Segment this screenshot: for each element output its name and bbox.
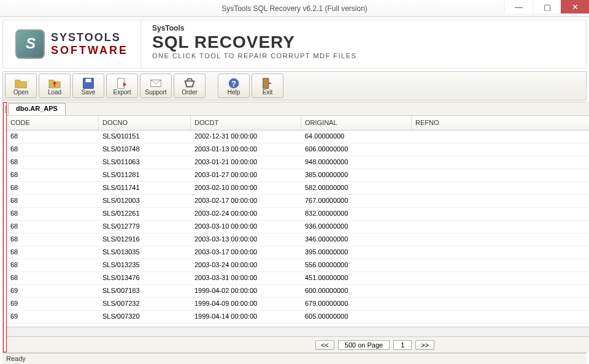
cell-refno	[412, 259, 589, 271]
cell-docno: SLS/010748	[99, 143, 191, 156]
support-button[interactable]: Support	[140, 74, 172, 98]
table-row[interactable]: 68SLS/0134762003-03-31 00:00:00451.00000…	[7, 272, 589, 285]
table-row[interactable]: 68SLS/0101512002-12-31 00:00:0064.000000…	[7, 131, 589, 143]
cell-original: 600.00000000	[301, 285, 412, 297]
svg-rect-1	[85, 78, 91, 82]
cell-original: 606.00000000	[301, 143, 412, 156]
cell-docdt: 1999-04-02 00:00:00	[191, 285, 301, 297]
cell-docno: SLS/010151	[99, 131, 191, 143]
cell-code: 68	[7, 156, 99, 169]
cell-code: 69	[7, 311, 99, 323]
table-row[interactable]: 68SLS/0127792003-03-10 00:00:00936.00000…	[7, 221, 589, 233]
cell-original: 679.00000000	[301, 298, 412, 310]
table-row[interactable]: 68SLS/0112812003-01-27 00:00:00385.00000…	[7, 169, 589, 182]
cell-code: 69	[7, 285, 99, 297]
main-content: −SAMPLE2(SQL Server 2008)−Tables(8)−dbo.…	[2, 102, 587, 353]
logo-text-bottom: SOFTWARE	[51, 44, 128, 57]
save-button[interactable]: Save	[72, 74, 104, 98]
cell-docno: SLS/013235	[99, 259, 191, 271]
table-row[interactable]: 69SLS/0072321999-04-09 00:00:00679.00000…	[7, 298, 589, 311]
load-icon	[48, 77, 61, 89]
save-icon	[82, 77, 95, 89]
cell-original: 605.00000000	[301, 311, 412, 323]
logo-icon	[15, 29, 45, 59]
cell-docno: SLS/007183	[99, 285, 191, 297]
cell-code: 68	[7, 182, 99, 194]
export-icon	[115, 77, 129, 89]
cell-refno	[412, 182, 589, 194]
table-row[interactable]: 69SLS/0071831999-04-02 00:00:00600.00000…	[7, 285, 589, 298]
cell-code: 68	[7, 169, 99, 181]
cell-code: 69	[7, 298, 99, 310]
export-button[interactable]: Export	[106, 74, 138, 98]
minimize-button[interactable]: —	[504, 0, 533, 13]
cell-original: 948.00000000	[301, 156, 412, 169]
cell-code: 68	[7, 208, 99, 220]
toolbar-label: Load	[48, 89, 61, 96]
cell-docdt: 2002-12-31 00:00:00	[191, 131, 301, 143]
help-icon: ?	[227, 77, 241, 89]
titlebar: SysTools SQL Recovery v6.2.1 (Full versi…	[0, 0, 589, 17]
open-icon	[14, 77, 28, 89]
cell-docdt: 2003-03-24 00:00:00	[191, 259, 301, 271]
cell-docdt: 2003-01-27 00:00:00	[191, 169, 301, 181]
pager-page-number[interactable]: 1	[393, 340, 412, 350]
tab-strip: dbo.AR_APS	[7, 102, 589, 116]
cell-docdt: 2003-02-10 00:00:00	[191, 182, 301, 194]
cell-docdt: 2003-01-21 00:00:00	[191, 156, 301, 169]
app-banner: SYSTOOLS SOFTWARE SysTools SQL RECOVERY …	[2, 20, 587, 69]
table-row[interactable]: 68SLS/0130352003-03-17 00:00:00395.00000…	[7, 246, 589, 259]
table-row[interactable]: 68SLS/0120032003-02-17 00:00:00767.00000…	[7, 195, 589, 208]
order-button[interactable]: Order	[174, 74, 206, 98]
exit-button[interactable]: Exit	[252, 74, 283, 98]
cell-original: 556.00000000	[301, 259, 412, 271]
table-row[interactable]: 68SLS/0117412003-02-10 00:00:00582.00000…	[7, 182, 589, 195]
cell-refno	[412, 233, 589, 246]
svg-text:?: ?	[231, 78, 236, 88]
table-row[interactable]: 68SLS/0132352003-03-24 00:00:00556.00000…	[7, 259, 589, 272]
cell-code: 68	[7, 246, 99, 259]
cell-refno	[412, 208, 589, 220]
cell-docdt: 2003-03-17 00:00:00	[191, 246, 301, 259]
column-header-docdt[interactable]: DOCDT	[191, 116, 301, 130]
tab-ar-aps[interactable]: dbo.AR_APS	[8, 103, 66, 115]
order-icon	[183, 77, 196, 89]
cell-docno: SLS/011281	[99, 169, 191, 181]
table-row[interactable]: 68SLS/0122612003-02-24 00:00:00832.00000…	[7, 208, 589, 221]
column-header-original[interactable]: ORIGINAL	[301, 116, 412, 130]
cell-code: 68	[7, 221, 99, 233]
cell-docno: SLS/011063	[99, 156, 191, 169]
table-row[interactable]: 68SLS/0110632003-01-21 00:00:00948.00000…	[7, 156, 589, 169]
maximize-button[interactable]: ▢	[533, 0, 561, 13]
cell-code: 68	[7, 233, 99, 246]
open-button[interactable]: Open	[5, 74, 37, 98]
cell-docno: SLS/007320	[99, 311, 191, 323]
cell-original: 346.00000000	[301, 233, 412, 246]
cell-docno: SLS/012779	[99, 221, 191, 233]
grid-body[interactable]: 68SLS/0101512002-12-31 00:00:0064.000000…	[7, 131, 589, 327]
pager-next-button[interactable]: >>	[415, 340, 434, 350]
table-row[interactable]: 68SLS/0129162003-03-13 00:00:00346.00000…	[7, 233, 589, 246]
status-bar: Ready	[2, 353, 587, 364]
cell-docdt: 2003-01-13 00:00:00	[191, 143, 301, 156]
cell-docno: SLS/007232	[99, 298, 191, 310]
cell-docdt: 2003-03-10 00:00:00	[191, 221, 301, 233]
pager-prev-button[interactable]: <<	[315, 340, 334, 350]
close-button[interactable]: ✕	[561, 0, 589, 13]
table-row[interactable]: 69SLS/0073201999-04-14 00:00:00605.00000…	[7, 311, 589, 324]
load-button[interactable]: Load	[39, 74, 71, 98]
grid-hscrollbar[interactable]	[7, 327, 589, 336]
cell-docno: SLS/011741	[99, 182, 191, 194]
table-row[interactable]: 68SLS/0107482003-01-13 00:00:00606.00000…	[7, 143, 589, 156]
column-header-refno[interactable]: REFNO	[412, 116, 589, 130]
toolbar-label: Help	[228, 89, 241, 96]
cell-refno	[412, 156, 589, 169]
cell-refno	[412, 285, 589, 297]
grid-header: CODE DOCNO DOCDT ORIGINAL REFNO	[7, 116, 589, 131]
help-button[interactable]: ?Help	[218, 74, 250, 98]
column-header-docno[interactable]: DOCNO	[99, 116, 191, 130]
cell-refno	[412, 169, 589, 181]
cell-original: 395.00000000	[301, 246, 412, 259]
column-header-code[interactable]: CODE	[7, 116, 99, 130]
cell-code: 68	[7, 259, 99, 271]
